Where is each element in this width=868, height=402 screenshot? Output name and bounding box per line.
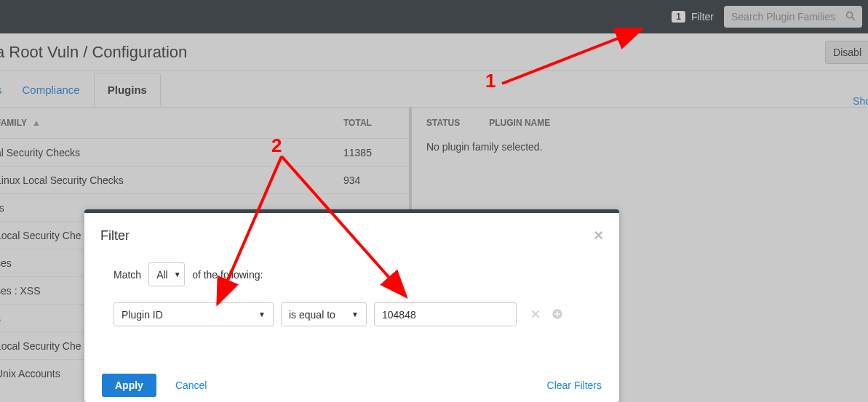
- tabs-row: s Compliance Plugins Sho: [0, 71, 868, 108]
- modal-title: Filter: [100, 228, 130, 244]
- filter-modal: Filter × Match All ▼ of the following: P…: [84, 209, 619, 402]
- filter-rule-row: Plugin ID ▼ is equal to ▼: [114, 302, 590, 326]
- cancel-button[interactable]: Cancel: [175, 379, 207, 391]
- close-icon[interactable]: ×: [594, 226, 603, 245]
- tabs: s Compliance Plugins: [0, 71, 161, 107]
- modal-body: Match All ▼ of the following: Plugin ID …: [84, 255, 619, 326]
- rule-field-value: Plugin ID: [122, 309, 163, 321]
- family-header-label: FAMILY: [0, 118, 27, 128]
- svg-line-1: [852, 17, 855, 20]
- tab-fragment-left[interactable]: s: [0, 73, 9, 107]
- filter-label: Filter: [691, 11, 714, 23]
- page-title-row: a Root Vuln / Configuration Disabl: [0, 33, 868, 71]
- show-link[interactable]: Sho: [853, 95, 868, 107]
- plugin-name-header: PLUGIN NAME: [489, 118, 550, 128]
- top-bar: 1 Filter: [0, 0, 868, 33]
- search-input[interactable]: [724, 6, 862, 28]
- remove-rule-icon[interactable]: [530, 308, 543, 321]
- tab-plugins[interactable]: Plugins: [94, 73, 161, 107]
- match-mode-value: All: [156, 269, 168, 281]
- match-label-pre: Match: [114, 269, 141, 281]
- match-mode-select[interactable]: All ▼: [148, 262, 185, 286]
- rule-value-input[interactable]: [374, 302, 517, 326]
- family-name: al Security Checks: [0, 147, 343, 158]
- status-header: STATUS: [426, 118, 460, 128]
- chevron-down-icon: ▼: [351, 310, 359, 318]
- add-rule-icon[interactable]: [552, 308, 565, 321]
- search-box: [724, 6, 862, 28]
- search-icon[interactable]: [845, 10, 856, 22]
- clear-filters-button[interactable]: Clear Filters: [547, 379, 602, 391]
- disable-button[interactable]: Disabl: [825, 41, 868, 64]
- family-header[interactable]: FAMILY ▲: [0, 118, 343, 128]
- modal-header: Filter ×: [84, 213, 619, 255]
- family-name: Linux Local Security Checks: [0, 174, 343, 186]
- filter-button[interactable]: 1 Filter: [672, 11, 714, 23]
- svg-rect-6: [554, 313, 560, 314]
- svg-point-0: [847, 12, 853, 18]
- filter-count-badge: 1: [672, 11, 685, 23]
- family-row[interactable]: Linux Local Security Checks934: [0, 166, 409, 193]
- family-row[interactable]: al Security Checks11385: [0, 138, 409, 166]
- tab-compliance[interactable]: Compliance: [9, 73, 94, 107]
- match-label-post: of the following:: [192, 269, 263, 281]
- no-family-selected-message: No plugin family selected.: [426, 138, 868, 153]
- plugins-column-headers: STATUS PLUGIN NAME: [426, 108, 868, 138]
- family-total: 11385: [343, 147, 409, 158]
- rule-operator-select[interactable]: is equal to ▼: [281, 302, 367, 326]
- modal-footer: Apply Cancel Clear Filters: [84, 369, 619, 402]
- page-title: a Root Vuln / Configuration: [0, 43, 187, 62]
- chevron-down-icon: ▼: [174, 270, 181, 278]
- family-total: 934: [343, 174, 409, 186]
- apply-button[interactable]: Apply: [102, 374, 156, 397]
- rule-field-select[interactable]: Plugin ID ▼: [114, 302, 274, 326]
- families-column-headers: FAMILY ▲ TOTAL: [0, 108, 409, 138]
- match-row: Match All ▼ of the following:: [114, 262, 590, 286]
- total-header[interactable]: TOTAL: [343, 118, 409, 128]
- sort-ascending-icon: ▲: [32, 118, 41, 128]
- rule-actions: [530, 308, 565, 321]
- chevron-down-icon: ▼: [258, 310, 266, 318]
- rule-operator-value: is equal to: [289, 309, 335, 321]
